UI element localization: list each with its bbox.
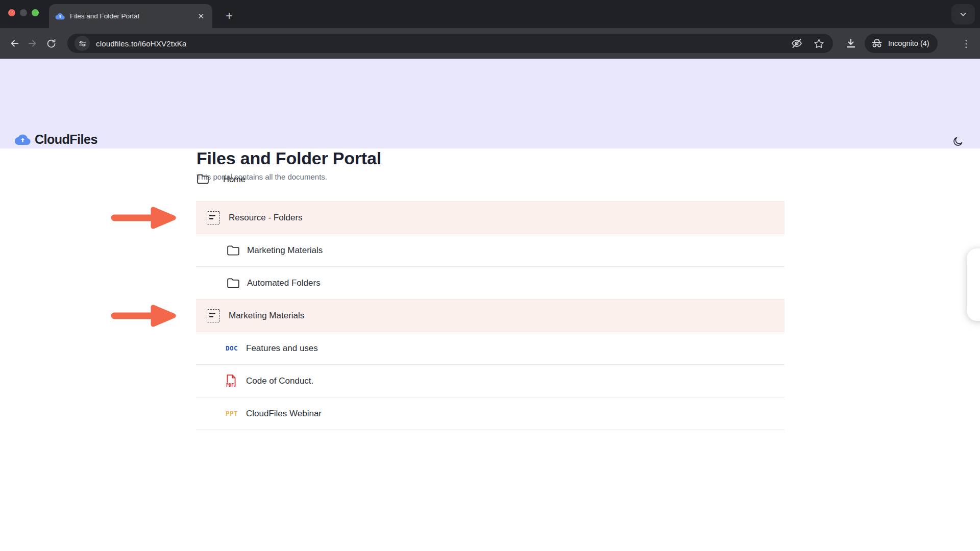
list-item-folder[interactable]: Automated Folders — [196, 267, 785, 299]
annotation-arrow — [110, 206, 178, 230]
browser-tab[interactable]: Files and Folder Portal ✕ — [49, 4, 212, 28]
incognito-icon — [871, 39, 883, 48]
window-controls — [8, 9, 39, 16]
back-button[interactable] — [5, 34, 23, 53]
download-icon[interactable] — [840, 34, 862, 53]
tab-title: Files and Folder Portal — [70, 12, 190, 20]
list-item-folder[interactable]: Marketing Materials — [196, 234, 785, 267]
file-list: Resource - Folders Marketing Materials A… — [196, 201, 785, 430]
list-item-smart-folder[interactable]: Resource - Folders — [196, 202, 785, 234]
folder-icon — [197, 173, 209, 185]
list-item-label: CloudFiles Webinar — [246, 409, 322, 419]
chevron-down-icon — [959, 10, 967, 18]
brand-name: CloudFiles — [35, 132, 97, 147]
new-tab-button[interactable]: + — [220, 7, 238, 24]
list-item-file[interactable]: DOC Features and uses — [196, 332, 785, 365]
screen: Files and Folder Portal ✕ + cloudfiles.t… — [0, 0, 980, 551]
site-settings-icon[interactable] — [75, 36, 90, 51]
list-item-label: Code of Conduct. — [246, 376, 313, 386]
list-item-label: Resource - Folders — [229, 213, 303, 223]
incognito-badge[interactable]: Incognito (4) — [865, 34, 938, 53]
bookmark-star-icon[interactable] — [813, 38, 825, 49]
breadcrumb[interactable]: Home — [197, 173, 246, 185]
breadcrumb-label: Home — [223, 174, 246, 184]
reload-button[interactable] — [42, 34, 60, 53]
tab-close-icon[interactable]: ✕ — [195, 11, 206, 22]
cloudfiles-cloud-icon — [14, 134, 31, 145]
folder-icon — [227, 278, 240, 289]
cloudfiles-logo[interactable]: CloudFiles — [14, 132, 97, 147]
pdf-file-icon: PDF — [226, 374, 242, 388]
list-item-label: Marketing Materials — [247, 245, 323, 256]
browser-menu-icon[interactable]: ⋮ — [958, 34, 975, 53]
address-bar[interactable]: cloudfiles.to/i6oHXV2txKa — [67, 34, 833, 53]
window-minimize-button[interactable] — [20, 9, 27, 16]
list-item-smart-folder[interactable]: Marketing Materials — [196, 299, 785, 332]
dark-mode-toggle[interactable] — [948, 132, 967, 151]
tab-favicon-cloud-icon — [55, 13, 65, 20]
portal-header: CloudFiles Files and Folder Portal This … — [0, 59, 980, 148]
list-item-file[interactable]: PPT CloudFiles Webinar — [196, 397, 785, 430]
smart-folder-icon — [207, 309, 220, 322]
list-item-label: Automated Folders — [247, 278, 321, 288]
moon-icon — [952, 136, 964, 147]
forward-button[interactable] — [23, 34, 42, 53]
side-panel-handle[interactable] — [967, 248, 980, 321]
folder-icon — [227, 245, 240, 256]
window-zoom-button[interactable] — [32, 9, 39, 16]
incognito-label: Incognito (4) — [888, 39, 929, 47]
tab-search-button[interactable] — [951, 4, 975, 24]
list-item-label: Features and uses — [246, 343, 318, 354]
smart-folder-icon — [207, 211, 220, 224]
annotation-arrow — [110, 304, 178, 328]
doc-file-icon: DOC — [226, 344, 242, 352]
page-title: Files and Folder Portal — [197, 148, 381, 168]
url-text[interactable]: cloudfiles.to/i6oHXV2txKa — [96, 39, 791, 48]
list-item-file[interactable]: PDF Code of Conduct. — [196, 365, 785, 397]
window-close-button[interactable] — [8, 9, 15, 16]
list-item-label: Marketing Materials — [229, 311, 304, 321]
eye-slash-icon[interactable] — [791, 37, 803, 49]
browser-tab-strip: Files and Folder Portal ✕ + — [0, 0, 980, 28]
ppt-file-icon: PPT — [226, 410, 242, 417]
